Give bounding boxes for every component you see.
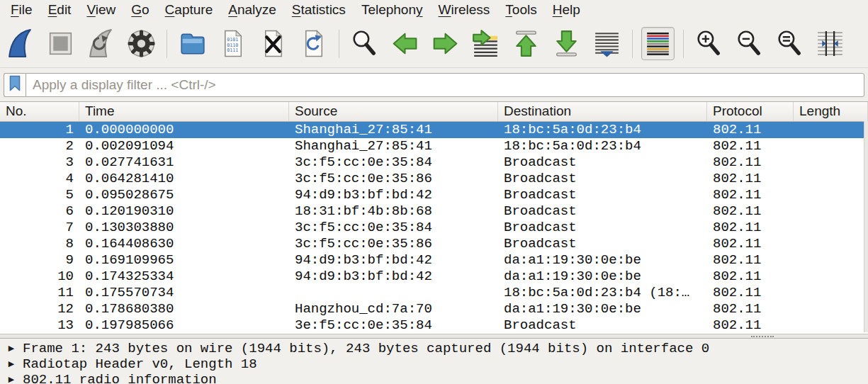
packet-row-7[interactable]: 70.1303038803c:f5:cc:0e:35:84Broadcast80… [0, 220, 868, 236]
splitter-handle-icon[interactable] [751, 336, 774, 337]
main-toolbar: 010101100111 [0, 20, 868, 68]
cell-time: 0.197985066 [79, 317, 289, 334]
detail-line-3[interactable]: ▶802.11 radio information [0, 372, 868, 384]
menu-edit[interactable]: Edit [40, 1, 79, 18]
expand-arrow-icon[interactable]: ▶ [0, 341, 23, 356]
menu-help[interactable]: Help [545, 1, 588, 18]
cell-destination: 18:bc:5a:0d:23:b4 [498, 138, 707, 154]
packet-row-13[interactable]: 130.1979850663e:f5:cc:0e:35:84Broadcast8… [0, 317, 868, 334]
menu-file[interactable]: File [3, 1, 40, 18]
detail-line-text: Radiotap Header v0, Length 18 [23, 356, 257, 372]
detail-line-text: Frame 1: 243 bytes on wire (1944 bits), … [23, 341, 709, 356]
menu-tools[interactable]: Tools [497, 1, 544, 18]
menu-analyze[interactable]: Analyze [220, 1, 284, 18]
cell-no: 1 [0, 122, 79, 138]
cell-time: 0.027741631 [79, 154, 289, 171]
start-capture-button[interactable] [4, 27, 37, 60]
close-file-button[interactable] [257, 27, 290, 60]
reload-file-button[interactable] [297, 27, 330, 60]
column-header-protocol[interactable]: Protocol [707, 102, 794, 121]
autoscroll-button[interactable] [590, 27, 624, 60]
resize-columns-button[interactable] [813, 27, 847, 60]
cell-no: 10 [0, 269, 79, 285]
previous-packet-button[interactable] [388, 27, 422, 60]
menu-capture[interactable]: Capture [157, 1, 221, 18]
cell-no: 6 [0, 203, 79, 220]
colorize-button[interactable] [641, 27, 675, 60]
packet-row-1[interactable]: 10.000000000Shanghai_27:85:4118:bc:5a:0d… [0, 122, 868, 138]
packet-row-3[interactable]: 30.0277416313c:f5:cc:0e:35:84Broadcast80… [0, 154, 868, 171]
packet-row-6[interactable]: 60.12019031018:31:bf:4b:8b:68Broadcast80… [0, 203, 868, 220]
zoom-out-button[interactable] [733, 27, 766, 60]
first-packet-button[interactable] [509, 27, 543, 60]
cell-no: 13 [0, 317, 79, 334]
cell-time: 0.178680380 [79, 301, 289, 317]
packet-row-5[interactable]: 50.09502867594:d9:b3:bf:bd:42Broadcast80… [0, 187, 868, 203]
cell-no: 9 [0, 252, 79, 269]
goto-packet-icon [470, 28, 502, 60]
stop-capture-button[interactable] [44, 27, 77, 60]
column-header-destination[interactable]: Destination [498, 102, 707, 121]
open-file-button[interactable] [176, 27, 209, 60]
toolbar-separator [167, 30, 167, 58]
save-file-button[interactable]: 010101100111 [216, 27, 249, 60]
find-packet-button[interactable] [348, 27, 381, 60]
cell-destination: Broadcast [498, 317, 707, 334]
expand-arrow-icon[interactable]: ▶ [0, 356, 23, 372]
cell-time: 0.000000000 [79, 122, 289, 138]
menu-telephony[interactable]: Telephony [354, 1, 431, 18]
cell-protocol: 802.11 [707, 154, 794, 171]
cell-source: 94:d9:b3:bf:bd:42 [289, 187, 498, 203]
cell-destination: Broadcast [498, 220, 707, 236]
gear-icon [125, 28, 157, 60]
packet-row-4[interactable]: 40.0642814103c:f5:cc:0e:35:86Broadcast80… [0, 171, 868, 187]
zoom-reset-button[interactable] [773, 27, 806, 60]
cell-time: 0.164408630 [79, 236, 289, 252]
cell-protocol: 802.11 [707, 138, 794, 154]
detail-line-2[interactable]: ▶Radiotap Header v0, Length 18 [0, 356, 868, 372]
menu-statistics[interactable]: Statistics [284, 1, 354, 18]
next-packet-button[interactable] [429, 27, 462, 60]
wireshark-fin-icon [4, 28, 36, 60]
restart-capture-button[interactable] [84, 27, 118, 60]
cell-time: 0.130303880 [79, 220, 289, 236]
filter-bookmark-button[interactable] [4, 73, 26, 97]
menu-wireless[interactable]: Wireless [431, 1, 498, 18]
cell-destination: Broadcast [498, 171, 707, 187]
packet-row-2[interactable]: 20.002091094Shanghai_27:85:4118:bc:5a:0d… [0, 138, 868, 154]
menu-go[interactable]: Go [123, 1, 157, 18]
last-packet-button[interactable] [550, 27, 583, 60]
zoom-in-button[interactable] [692, 27, 726, 60]
packet-row-9[interactable]: 90.16910996594:d9:b3:bf:bd:42da:a1:19:30… [0, 252, 868, 269]
colorize-icon [642, 28, 674, 60]
detail-line-1[interactable]: ▶Frame 1: 243 bytes on wire (1944 bits),… [0, 341, 868, 356]
cell-length [794, 187, 868, 203]
goto-packet-button[interactable] [469, 27, 502, 60]
menu-view[interactable]: View [79, 1, 123, 18]
column-header-time[interactable]: Time [79, 102, 289, 121]
capture-options-button[interactable] [125, 27, 158, 60]
pane-splitter[interactable] [0, 334, 868, 339]
cell-no: 5 [0, 187, 79, 203]
cell-source: 94:d9:b3:bf:bd:42 [289, 269, 498, 285]
cell-source: Shanghai_27:85:41 [289, 138, 498, 154]
cell-source: 3c:f5:cc:0e:35:84 [289, 220, 498, 236]
arrow-left-icon [389, 28, 421, 60]
column-header-source[interactable]: Source [289, 102, 498, 121]
column-header-no[interactable]: No. [0, 102, 79, 121]
packet-row-10[interactable]: 100.17432533494:d9:b3:bf:bd:42da:a1:19:3… [0, 269, 868, 285]
packet-row-11[interactable]: 110.17557073418:bc:5a:0d:23:b4 (18:…802.… [0, 285, 868, 301]
packet-row-8[interactable]: 80.1644086303c:f5:cc:0e:35:86Broadcast80… [0, 236, 868, 252]
expand-arrow-icon[interactable]: ▶ [0, 372, 23, 384]
cell-protocol: 802.11 [707, 236, 794, 252]
packet-list-header: No.TimeSourceDestinationProtocolLength [0, 101, 868, 122]
vertical-scrollbar[interactable] [864, 121, 868, 332]
cell-destination: Broadcast [498, 154, 707, 171]
packet-list-body: 10.000000000Shanghai_27:85:4118:bc:5a:0d… [0, 122, 868, 334]
packet-row-12[interactable]: 120.178680380Hangzhou_cd:7a:70da:a1:19:3… [0, 301, 868, 317]
cell-no: 12 [0, 301, 79, 317]
column-header-length[interactable]: Length [794, 102, 868, 121]
display-filter-input[interactable] [26, 73, 864, 97]
cell-source: Hangzhou_cd:7a:70 [289, 301, 498, 317]
save-document-icon: 010101100111 [217, 28, 249, 60]
